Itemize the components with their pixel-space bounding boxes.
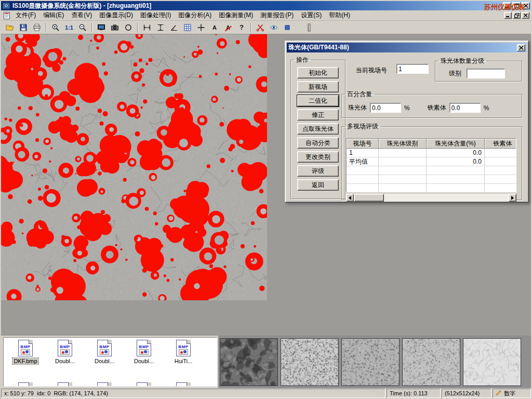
list-item[interactable]: BMP Doubl... (46, 339, 84, 366)
list-item[interactable]: BMP DKF.bmp (7, 339, 44, 366)
scrollbar-track[interactable] (354, 194, 509, 202)
menu-edit[interactable]: 编辑(E) (39, 10, 68, 21)
menu-image-measure[interactable]: 图像测量(M) (215, 10, 257, 21)
table-row[interactable]: 1 0.0 (347, 149, 516, 157)
child-close-button[interactable] (522, 12, 529, 19)
grid-button[interactable] (181, 21, 194, 33)
return-button[interactable]: 返回 (297, 179, 339, 191)
menu-settings[interactable]: 设置(S) (297, 10, 325, 21)
one-to-one-icon: 1:1 (65, 23, 73, 32)
caliper-horizontal-icon (143, 23, 151, 32)
list-item-partial[interactable]: BMP (46, 382, 84, 387)
thumbnail-image[interactable] (220, 338, 278, 386)
dialog-title-bar[interactable]: 珠光体(GB/T9441-88) (287, 43, 527, 52)
list-item[interactable]: BMP HuiTi... (165, 339, 202, 366)
actual-size-button[interactable]: 1:1 (62, 21, 76, 33)
scroll-right-button[interactable] (509, 194, 516, 202)
title-bar[interactable]: IS100显微摄像系统(金相分析版) - [zhuguangti01] (1, 1, 531, 10)
grade-input[interactable] (467, 69, 505, 78)
text-delete-button[interactable]: A (221, 21, 235, 33)
toolbar-separator (250, 23, 251, 32)
operations-group: 操作 初始化 新视场 二值化 修正 点取珠光体 自动分类 更改类别 评级 返回 (290, 56, 345, 199)
video-display-button[interactable] (95, 21, 108, 33)
list-item-partial[interactable]: BMP (86, 382, 123, 387)
dialog-close-button[interactable] (517, 44, 525, 51)
col-ferrite: 铁素体 (485, 139, 516, 149)
marker-icon (283, 23, 291, 32)
menu-measure-report[interactable]: 测量报告(P) (257, 10, 297, 21)
list-item-partial[interactable]: BMP (125, 382, 163, 387)
cut-button[interactable] (254, 21, 267, 33)
measure-height-button[interactable] (154, 21, 167, 33)
cell-grade (379, 149, 427, 157)
file-name: DKF.bmp (12, 358, 38, 364)
target-button[interactable] (122, 21, 135, 33)
init-button[interactable]: 初始化 (297, 67, 339, 78)
menu-image-display[interactable]: 图像显示(D) (96, 10, 137, 21)
image-size-readout: (512x512x24) (442, 389, 491, 398)
eye-icon (270, 23, 278, 32)
metallograph-image[interactable] (1, 34, 267, 300)
pick-pearlite-button[interactable]: 点取珠光体 (297, 123, 339, 135)
thumbnail-image[interactable] (402, 338, 460, 386)
current-field-label: 当前视场号 (356, 66, 387, 75)
change-class-button[interactable]: 更改类别 (297, 151, 339, 163)
list-item[interactable]: BMP Doubl... (86, 339, 123, 366)
bmp-file-icon: BMP (18, 340, 33, 356)
pearlite-input[interactable] (370, 103, 401, 113)
marker-button[interactable] (281, 21, 294, 33)
percent-group: 百分含量 珠光体 % 铁素体 % (341, 90, 522, 118)
correct-button[interactable]: 修正 (297, 109, 339, 121)
binarize-button[interactable]: 二值化 (297, 95, 339, 107)
thumbnail-image[interactable] (341, 338, 400, 386)
help-button[interactable]: ? (235, 21, 248, 33)
menu-image-process[interactable]: 图像处理(I) (137, 10, 175, 21)
thumbnail-image[interactable] (281, 338, 339, 386)
child-restore-button[interactable] (513, 12, 521, 19)
ferrite-label: 铁素体 (428, 103, 446, 112)
scrollbar-thumb[interactable] (354, 194, 384, 202)
ruler-button[interactable] (302, 21, 316, 33)
list-item-partial[interactable]: BMP (165, 382, 202, 387)
menu-file[interactable]: 文件(F) (12, 10, 39, 21)
capture-button[interactable] (108, 21, 122, 33)
pearlite-label: 珠光体 (348, 103, 367, 112)
list-item[interactable]: BMP Doubl... (125, 339, 163, 366)
document-icon[interactable] (3, 11, 11, 20)
text-annotate-button[interactable]: A (208, 21, 221, 33)
bmp-file-icon: BMP (57, 382, 73, 387)
crosshair-button[interactable] (194, 21, 208, 33)
save-button[interactable] (17, 21, 30, 33)
list-item-partial[interactable]: BMP (7, 382, 44, 387)
open-button[interactable] (3, 21, 17, 33)
image-browser-panel: BMP DKF.bmp BMP Doubl... BMP Doubl... BM… (1, 336, 531, 388)
scroll-left-button[interactable] (346, 194, 354, 202)
child-minimize-button[interactable] (504, 12, 512, 19)
auto-classify-button[interactable]: 自动分类 (297, 137, 339, 149)
preview-button[interactable] (267, 21, 281, 33)
zoom-in-icon (51, 23, 60, 32)
thumbnail-image[interactable] (463, 338, 521, 386)
table-row-empty (347, 184, 516, 192)
menu-bar: 文件(F) 编辑(E) 查看(V) 图像显示(D) 图像处理(I) 图像分析(A… (1, 10, 531, 21)
zoom-out-button[interactable] (76, 21, 89, 33)
red-scissors-icon (256, 23, 264, 32)
file-name: Doubl... (54, 358, 76, 364)
menu-help[interactable]: 帮助(H) (325, 10, 354, 21)
ferrite-input[interactable] (449, 103, 481, 113)
col-pearlite-grade: 珠光体级别 (379, 139, 427, 149)
zoom-in-button[interactable] (49, 21, 62, 33)
ruler-icon (305, 23, 313, 32)
results-table: 视场号 珠光体级别 珠光体含量(%) 铁素体 1 0.0 平均值 (346, 138, 516, 192)
measure-angle-button[interactable] (167, 21, 181, 33)
new-field-button[interactable]: 新视场 (297, 81, 339, 92)
table-row[interactable]: 平均值 0.0 (347, 157, 516, 166)
menu-view[interactable]: 查看(V) (68, 10, 96, 21)
print-button[interactable] (30, 21, 44, 33)
col-field-number: 视场号 (347, 139, 379, 149)
measure-width-button[interactable] (140, 21, 154, 33)
current-field-input[interactable] (396, 64, 429, 74)
grade-button[interactable]: 评级 (297, 165, 339, 177)
menu-image-analysis[interactable]: 图像分析(A) (175, 10, 215, 21)
table-row-empty (347, 166, 516, 175)
